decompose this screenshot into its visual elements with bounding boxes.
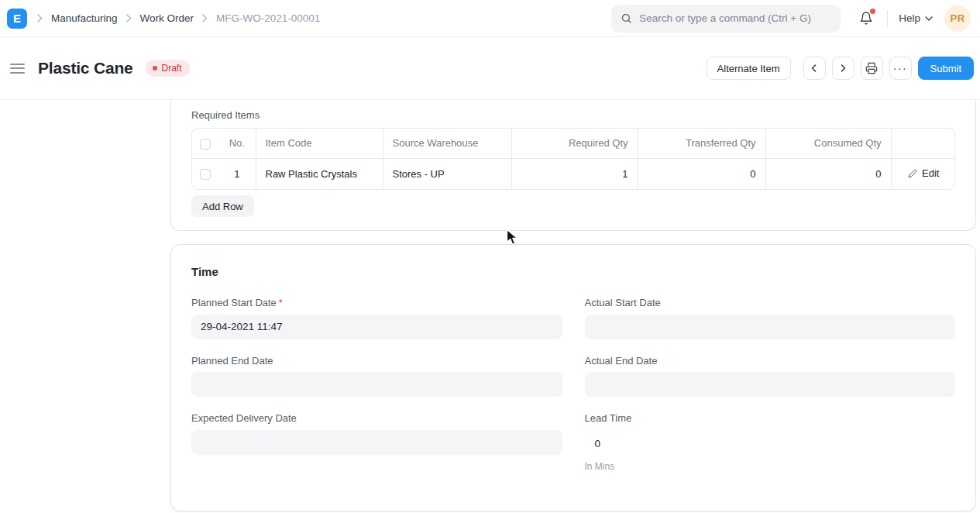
content-area: Required Items No. Item Code Source Ware… bbox=[0, 100, 980, 513]
column-header-source-warehouse: Source Warehouse bbox=[383, 129, 511, 158]
column-header-transferred-qty: Transferred Qty bbox=[638, 129, 765, 158]
required-qty-cell: 1 bbox=[511, 158, 638, 189]
row-index: 1 bbox=[218, 158, 256, 189]
sidebar-toggle-icon[interactable] bbox=[8, 60, 27, 77]
global-search bbox=[611, 5, 841, 33]
alternate-item-button[interactable]: Alternate Item bbox=[707, 57, 791, 80]
consumed-qty-cell: 0 bbox=[765, 158, 891, 189]
column-header-item-code: Item Code bbox=[256, 129, 383, 158]
table-row: 1 Raw Plastic Crystals Stores - UP 1 0 0… bbox=[192, 158, 955, 189]
item-code-cell: Raw Plastic Crystals bbox=[256, 158, 383, 189]
avatar[interactable]: PR bbox=[944, 5, 971, 32]
actual-start-date-field: Actual Start Date bbox=[585, 298, 956, 339]
expected-delivery-date-label: Expected Delivery Date bbox=[191, 413, 562, 424]
lead-time-label: Lead Time bbox=[585, 413, 956, 424]
planned-start-date-label: Planned Start Date bbox=[191, 297, 277, 308]
app-logo-letter: E bbox=[13, 12, 21, 25]
time-field-grid: Planned Start Date* Actual Start Date Pl… bbox=[191, 298, 955, 472]
planned-end-date-field: Planned End Date bbox=[191, 356, 562, 398]
notification-dot bbox=[870, 9, 875, 14]
next-document-button[interactable] bbox=[832, 57, 854, 80]
chevron-right-icon bbox=[838, 64, 848, 73]
grid-header-row: No. Item Code Source Warehouse Required … bbox=[192, 129, 955, 158]
planned-end-date-input[interactable] bbox=[191, 372, 562, 397]
edit-row-label: Edit bbox=[922, 167, 939, 179]
transferred-qty-cell: 0 bbox=[638, 158, 765, 189]
page-head-actions: Alternate Item ··· Submit bbox=[707, 57, 974, 80]
required-marker: * bbox=[279, 297, 283, 308]
breadcrumb-item-manufacturing[interactable]: Manufacturing bbox=[51, 12, 118, 24]
search-icon bbox=[621, 12, 632, 24]
lead-time-value: 0 bbox=[585, 430, 956, 449]
page-title: Plastic Cane bbox=[38, 59, 133, 77]
submit-button[interactable]: Submit bbox=[918, 57, 974, 80]
time-section-title: Time bbox=[191, 266, 955, 277]
column-header-consumed-qty: Consumed Qty bbox=[765, 129, 891, 158]
add-row-button[interactable]: Add Row bbox=[191, 195, 254, 217]
planned-end-date-label: Planned End Date bbox=[191, 356, 562, 367]
help-label: Help bbox=[899, 12, 920, 24]
navbar-left: E Manufacturing Work Order MFG-WO-2021-0… bbox=[7, 9, 320, 29]
edit-row-button[interactable]: Edit bbox=[908, 167, 939, 179]
chevron-down-icon bbox=[925, 16, 933, 21]
planned-start-date-field: Planned Start Date* bbox=[191, 298, 562, 339]
planned-start-date-input[interactable] bbox=[191, 315, 562, 339]
actual-end-date-field: Actual End Date bbox=[585, 356, 956, 398]
page-head-left: Plastic Cane Draft bbox=[8, 59, 190, 77]
status-badge: Draft bbox=[146, 60, 190, 77]
required-items-section: Required Items No. Item Code Source Ware… bbox=[170, 100, 976, 231]
actual-start-date-input[interactable] bbox=[585, 315, 956, 339]
pencil-icon bbox=[908, 169, 917, 178]
lead-time-description: In Mins bbox=[585, 461, 956, 472]
search-input[interactable] bbox=[639, 12, 831, 24]
avatar-initials: PR bbox=[951, 12, 965, 24]
time-section: Time Planned Start Date* Actual Start Da… bbox=[170, 244, 976, 511]
select-all-checkbox[interactable] bbox=[200, 139, 211, 150]
breadcrumb-item-work-order[interactable]: Work Order bbox=[140, 12, 194, 24]
required-items-grid: No. Item Code Source Warehouse Required … bbox=[191, 128, 955, 190]
prev-document-button[interactable] bbox=[803, 57, 826, 80]
status-dot-icon bbox=[153, 66, 157, 71]
chevron-left-icon bbox=[810, 64, 819, 73]
lead-time-field: Lead Time 0 In Mins bbox=[585, 413, 956, 472]
navbar-right: Help PR bbox=[611, 5, 971, 33]
source-warehouse-cell: Stores - UP bbox=[383, 158, 511, 189]
form-body: Required Items No. Item Code Source Ware… bbox=[170, 100, 980, 513]
column-header-required-qty: Required Qty bbox=[511, 129, 638, 158]
page-head: Plastic Cane Draft Alternate Item ··· Su… bbox=[0, 37, 980, 100]
form-sidebar bbox=[0, 100, 170, 513]
column-header-no: No. bbox=[218, 129, 256, 158]
actual-end-date-label: Actual End Date bbox=[585, 356, 956, 367]
breadcrumb: Manufacturing Work Order MFG-WO-2021-000… bbox=[37, 12, 320, 24]
printer-icon bbox=[865, 62, 878, 74]
more-actions-button[interactable]: ··· bbox=[889, 57, 912, 80]
navbar-divider bbox=[887, 10, 888, 27]
app-logo[interactable]: E bbox=[7, 9, 27, 29]
breadcrumb-item-current-doc: MFG-WO-2021-00001 bbox=[216, 12, 320, 24]
help-dropdown[interactable]: Help bbox=[899, 12, 933, 24]
required-items-label: Required Items bbox=[191, 109, 955, 121]
notifications-button[interactable] bbox=[856, 9, 876, 28]
status-badge-label: Draft bbox=[162, 63, 182, 74]
breadcrumb-chevron-icon bbox=[202, 14, 208, 22]
navbar: E Manufacturing Work Order MFG-WO-2021-0… bbox=[0, 0, 980, 37]
breadcrumb-chevron-icon bbox=[37, 14, 43, 22]
print-button[interactable] bbox=[861, 57, 883, 80]
ellipsis-icon: ··· bbox=[893, 63, 908, 74]
actual-start-date-label: Actual Start Date bbox=[585, 298, 956, 308]
expected-delivery-date-input[interactable] bbox=[191, 430, 562, 455]
breadcrumb-chevron-icon bbox=[126, 14, 132, 22]
row-checkbox[interactable] bbox=[200, 169, 211, 180]
actual-end-date-input[interactable] bbox=[585, 372, 956, 397]
expected-delivery-date-field: Expected Delivery Date bbox=[191, 413, 562, 472]
